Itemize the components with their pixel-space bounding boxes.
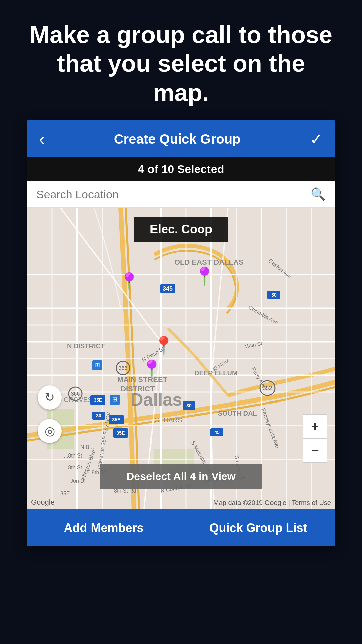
svg-text:Main St: Main St bbox=[244, 341, 263, 350]
svg-text:345: 345 bbox=[163, 285, 173, 292]
svg-text:30: 30 bbox=[271, 292, 277, 298]
app-card: ‹ Create Quick Group ✓ 4 of 10 Selected … bbox=[27, 120, 335, 546]
svg-point-36 bbox=[69, 387, 82, 400]
svg-rect-48 bbox=[267, 291, 280, 299]
svg-text:45: 45 bbox=[214, 430, 220, 435]
svg-text:Jefferson Blvd: Jefferson Blvd bbox=[79, 449, 97, 483]
svg-rect-38 bbox=[90, 395, 105, 405]
google-logo: Google bbox=[31, 498, 55, 507]
search-bar: 🔍 bbox=[27, 181, 335, 208]
svg-text:GROVES: GROVES bbox=[64, 396, 93, 404]
svg-text:Gaston Ave: Gaston Ave bbox=[267, 258, 292, 280]
svg-text:30: 30 bbox=[96, 413, 101, 418]
svg-text:Columbia Ave: Columbia Ave bbox=[248, 304, 279, 326]
svg-text:30: 30 bbox=[186, 403, 192, 408]
svg-text:366: 366 bbox=[71, 391, 80, 397]
quick-group-list-button[interactable]: Quick Group List bbox=[181, 509, 335, 546]
zoom-out-button[interactable]: − bbox=[303, 438, 327, 463]
hero-title: Make a group call to those that you sele… bbox=[27, 20, 335, 107]
map-pin-4[interactable]: 📍 bbox=[141, 360, 163, 378]
deselect-button[interactable]: Deselect All 4 in View bbox=[100, 464, 262, 489]
svg-text:Interstate 35E Fwy HOV: Interstate 35E Fwy HOV bbox=[96, 412, 112, 470]
svg-text:CEDARS: CEDARS bbox=[154, 416, 182, 424]
svg-text:N B...: N B... bbox=[80, 444, 94, 450]
map-location-label: Elec. Coop bbox=[134, 217, 228, 242]
svg-text:35E: 35E bbox=[94, 397, 102, 403]
svg-text:352: 352 bbox=[263, 385, 272, 391]
refresh-icon: ↻ bbox=[45, 390, 55, 405]
svg-text:366: 366 bbox=[119, 365, 128, 371]
my-location-button[interactable]: ◎ bbox=[38, 419, 62, 443]
svg-rect-54 bbox=[92, 360, 102, 370]
svg-rect-56 bbox=[110, 395, 120, 405]
location-icon: ◎ bbox=[45, 424, 55, 438]
zoom-controls: + − bbox=[303, 414, 327, 463]
map-refresh-button[interactable]: ↻ bbox=[38, 385, 62, 410]
svg-text:...8th St: ...8th St bbox=[64, 465, 82, 470]
svg-text:DEEP ELLUM: DEEP ELLUM bbox=[194, 369, 238, 377]
svg-text:DISTRICT: DISTRICT bbox=[121, 385, 155, 393]
selection-bar: 4 of 10 Selected bbox=[27, 157, 335, 181]
svg-text:35E: 35E bbox=[112, 417, 121, 422]
bottom-action-bar: Add Members Quick Group List bbox=[27, 509, 335, 546]
svg-point-52 bbox=[260, 381, 275, 395]
svg-rect-44 bbox=[92, 412, 105, 420]
header-bar: ‹ Create Quick Group ✓ bbox=[27, 120, 335, 157]
svg-rect-42 bbox=[113, 428, 128, 438]
svg-text:...8th St: ...8th St bbox=[64, 453, 82, 459]
svg-text:N DISTRICT: N DISTRICT bbox=[67, 342, 105, 350]
map-container[interactable]: OLD EAST DALLAS N DISTRICT MAIN STREET D… bbox=[27, 208, 335, 509]
search-input[interactable] bbox=[36, 188, 311, 201]
svg-text:-30 HOV: -30 HOV bbox=[209, 358, 230, 374]
search-icon: 🔍 bbox=[311, 187, 326, 201]
svg-text:Dallas: Dallas bbox=[131, 390, 182, 409]
svg-text:Parry Ave: Parry Ave bbox=[250, 366, 267, 389]
add-members-button[interactable]: Add Members bbox=[27, 509, 181, 546]
svg-rect-32 bbox=[160, 284, 175, 293]
map-pin-1[interactable]: 📍 bbox=[118, 273, 140, 290]
svg-text:Jon Dr: Jon Dr bbox=[70, 478, 86, 484]
map-data-attribution: Map data ©2019 Google | Terms of Use bbox=[213, 499, 331, 507]
selection-count: 4 of 10 Selected bbox=[138, 163, 224, 175]
zoom-in-button[interactable]: + bbox=[303, 414, 327, 438]
hero-section: Make a group call to those that you sele… bbox=[0, 0, 362, 120]
svg-point-34 bbox=[116, 361, 130, 375]
svg-text:OLD EAST DALLAS: OLD EAST DALLAS bbox=[174, 258, 244, 266]
back-button[interactable]: ‹ bbox=[39, 130, 45, 148]
map-pin-2[interactable]: 📍 bbox=[194, 267, 216, 285]
svg-text:⊞: ⊞ bbox=[95, 362, 100, 368]
map-pin-3[interactable]: 📍 bbox=[153, 337, 175, 354]
confirm-button[interactable]: ✓ bbox=[310, 129, 323, 148]
svg-text:35E: 35E bbox=[117, 430, 125, 436]
svg-rect-46 bbox=[183, 401, 195, 410]
svg-rect-50 bbox=[210, 428, 223, 436]
svg-text:Pennsylvania Ave: Pennsylvania Ave bbox=[260, 407, 280, 449]
svg-text:SOUTH DAL: SOUTH DAL bbox=[218, 410, 257, 417]
svg-text:⊞: ⊞ bbox=[112, 396, 117, 403]
header-title: Create Quick Group bbox=[45, 131, 310, 147]
svg-text:35E: 35E bbox=[60, 491, 70, 496]
svg-rect-40 bbox=[109, 415, 124, 424]
